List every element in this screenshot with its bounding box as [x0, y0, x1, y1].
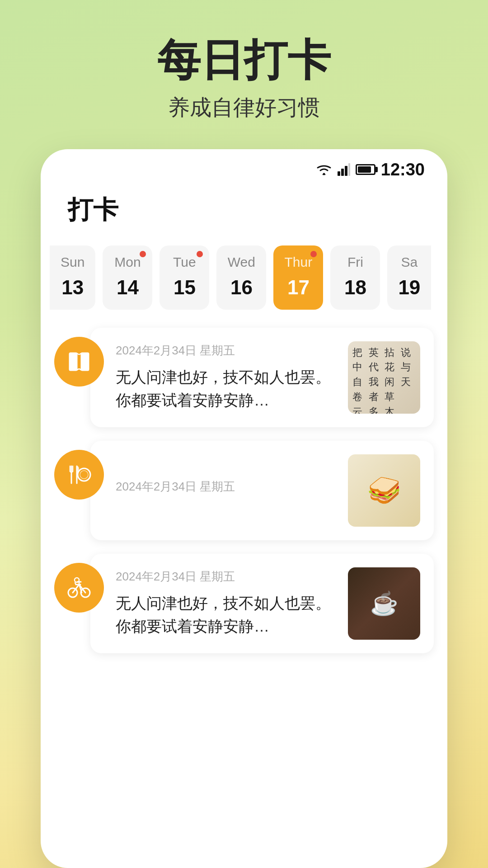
- card-row-2[interactable]: 2024年2月34日 星期五 🥪: [54, 441, 434, 540]
- svg-rect-3: [345, 166, 347, 176]
- food-icon: [67, 462, 91, 487]
- day-cell-fri[interactable]: Fri 18: [330, 245, 380, 310]
- dot-tue: [197, 251, 203, 257]
- book-icon: [67, 349, 91, 374]
- status-bar: 12:30: [41, 149, 447, 184]
- day-cell-mon[interactable]: Mon 14: [103, 245, 152, 310]
- day-cell-sat[interactable]: Sa 19: [387, 245, 431, 310]
- card-1-meta: 2024年2月34日 星期五: [116, 343, 337, 359]
- status-icons: 12:30: [316, 160, 425, 179]
- svg-point-14: [80, 471, 88, 479]
- card-1-image: 把英拈说 中代花与 自我闲天 卷者草 云多木: [348, 341, 420, 414]
- battery-icon: [356, 164, 375, 175]
- svg-rect-4: [348, 163, 350, 176]
- svg-point-0: [323, 173, 325, 175]
- page-header: 打卡: [41, 184, 447, 241]
- svg-line-21: [75, 583, 76, 585]
- card-row-3[interactable]: 2024年2月34日 星期五 无人问津也好，技不如人也罢。你都要试着安静安静… …: [54, 554, 434, 653]
- svg-rect-2: [341, 169, 344, 176]
- dot-mon: [140, 251, 146, 257]
- status-time: 12:30: [381, 160, 425, 179]
- card-row-1[interactable]: 2024年2月34日 星期五 无人问津也好，技不如人也罢。你都要试着安静安静… …: [54, 328, 434, 427]
- day-cell-thur[interactable]: Thur 17: [273, 245, 323, 310]
- svg-point-13: [78, 468, 90, 481]
- card-2[interactable]: 2024年2月34日 星期五 🥪: [90, 441, 434, 540]
- cycling-icon-badge: [54, 563, 104, 613]
- card-3-meta: 2024年2月34日 星期五: [116, 569, 337, 585]
- page-title: 打卡: [68, 193, 420, 227]
- card-2-meta: 2024年2月34日 星期五: [116, 479, 337, 495]
- dot-thur: [310, 251, 317, 257]
- card-2-content: 2024年2月34日 星期五: [116, 479, 337, 502]
- calendar-strip[interactable]: Sun 13 Mon 14 Tue 15 Wed 16 Thur 17 Fri: [41, 241, 447, 319]
- card-3-content: 2024年2月34日 星期五 无人问津也好，技不如人也罢。你都要试着安静安静…: [116, 569, 337, 638]
- card-2-image: 🥪: [348, 454, 420, 527]
- card-1-text: 无人问津也好，技不如人也罢。你都要试着安静安静…: [116, 366, 337, 412]
- app-title: 每日打卡: [157, 36, 331, 84]
- card-3-image: ☕: [348, 567, 420, 640]
- card-1[interactable]: 2024年2月34日 星期五 无人问津也好，技不如人也罢。你都要试着安静安静… …: [90, 328, 434, 427]
- card-1-content: 2024年2月34日 星期五 无人问津也好，技不如人也罢。你都要试着安静安静…: [116, 343, 337, 412]
- app-subtitle: 养成自律好习惯: [157, 93, 331, 122]
- card-3-text: 无人问津也好，技不如人也罢。你都要试着安静安静…: [116, 592, 337, 638]
- day-cell-sun[interactable]: Sun 13: [50, 245, 95, 310]
- day-cell-tue[interactable]: Tue 15: [160, 245, 209, 310]
- wifi-icon: [316, 163, 332, 176]
- content-area: 2024年2月34日 星期五 无人问津也好，技不如人也罢。你都要试着安静安静… …: [41, 319, 447, 671]
- phone-frame: 12:30 打卡 Sun 13 Mon 14 Tue 15 Wed 16: [41, 149, 447, 868]
- book-icon-badge: [54, 337, 104, 387]
- cycling-icon: [67, 576, 91, 600]
- svg-rect-1: [338, 171, 340, 176]
- food-icon-badge: [54, 450, 104, 500]
- signal-icon: [338, 163, 350, 176]
- app-header: 每日打卡 养成自律好习惯: [157, 0, 331, 149]
- day-cell-wed[interactable]: Wed 16: [216, 245, 266, 310]
- card-3[interactable]: 2024年2月34日 星期五 无人问津也好，技不如人也罢。你都要试着安静安静… …: [90, 554, 434, 653]
